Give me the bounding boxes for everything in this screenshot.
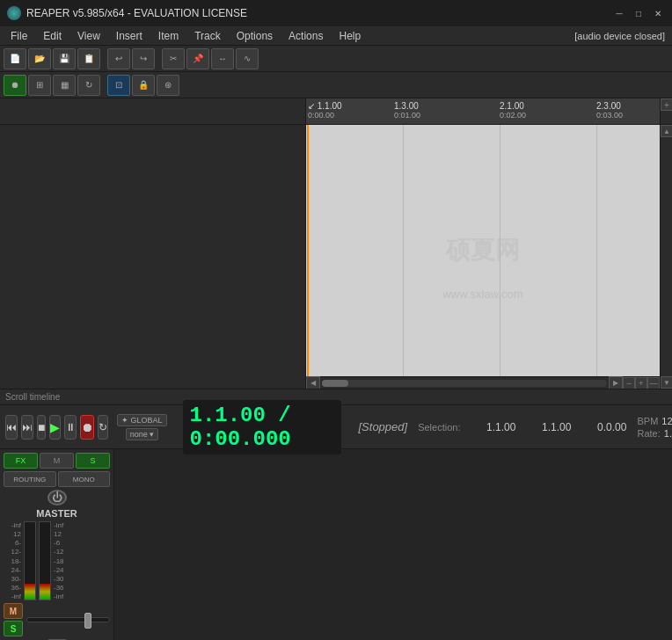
save-project-button[interactable]: 💾 xyxy=(53,48,76,69)
rate-row: Rate: 1.0 xyxy=(637,428,672,439)
ruler-mark-4: 2.3.00 0:03.00 xyxy=(596,101,623,120)
timeline-header-row: ↙ 1.1.00 0:00.00 1.3.00 0:01.00 2.1.00 0… xyxy=(0,98,672,125)
maximize-button[interactable]: □ xyxy=(632,6,646,20)
rate-label: Rate: xyxy=(637,428,660,439)
status-display: [Stopped] xyxy=(359,420,408,433)
track-record-button[interactable]: ⏺ xyxy=(4,75,26,96)
midi-editor-button[interactable]: ⊡ xyxy=(107,75,130,96)
scroll-zoom-plus[interactable]: + xyxy=(661,98,672,111)
snap-toggle-button[interactable]: ⊞ xyxy=(28,75,51,96)
menu-item[interactable]: Item xyxy=(151,28,186,44)
rate-value: 1.0 xyxy=(664,428,672,439)
m-s-buttons: M S xyxy=(4,603,23,636)
render-button[interactable]: ⊛ xyxy=(157,75,179,96)
new-project-button[interactable]: 📄 xyxy=(4,48,26,69)
master-fader[interactable] xyxy=(26,617,110,622)
menu-edit[interactable]: Edit xyxy=(36,28,69,44)
global-area: ✦ GLOBAL none ▾ xyxy=(117,414,166,440)
zoom-plus-button[interactable]: + xyxy=(635,377,647,389)
menu-file[interactable]: File xyxy=(4,28,34,44)
vu-level-right xyxy=(40,584,50,600)
selection-start: 1.1.00 xyxy=(467,421,515,433)
lock-button[interactable]: 🔒 xyxy=(132,75,155,96)
global-sub-label: none ▾ xyxy=(130,430,155,439)
global-dropdown-button[interactable]: ✦ GLOBAL xyxy=(117,414,166,426)
workspace-inner: 硕夏网 www.sxlaw.com ◀ ▶ – + — ▲ ▼ xyxy=(0,125,672,389)
menu-view[interactable]: View xyxy=(70,28,107,44)
ruler-mark-1: ↙ 1.1.00 0:00.00 xyxy=(308,101,342,120)
mixer-panel: FX M S ROUTING MONO ⏻ MASTER -inf 12 6- … xyxy=(0,448,672,640)
grid-line xyxy=(500,125,500,376)
bpm-area: BPM 120 4/4 Rate: 1.0 xyxy=(637,416,672,439)
scroll-down-button[interactable]: ▼ xyxy=(661,376,672,389)
menu-actions[interactable]: Actions xyxy=(281,28,330,44)
repeat-button[interactable]: ↻ xyxy=(98,415,108,440)
skip-to-start-button[interactable]: ⏮ xyxy=(5,415,18,440)
vu-scale-left: -inf 12 6- 12- 18- 24- 30- 36- -inf xyxy=(4,521,21,600)
mute-button[interactable]: M xyxy=(4,603,23,619)
paste-items-button[interactable]: 📌 xyxy=(186,48,209,69)
envelope-button[interactable]: ∿ xyxy=(236,48,259,69)
scroll-end-button[interactable]: — xyxy=(647,377,660,389)
undo-button[interactable]: ↩ xyxy=(107,48,130,69)
menu-options[interactable]: Options xyxy=(230,28,280,44)
v-scroll-track[interactable] xyxy=(661,137,672,376)
stop-button[interactable]: ■ xyxy=(37,415,46,440)
time-display: 1.1.00 / 0:00.000 xyxy=(183,400,341,455)
menu-track[interactable]: Track xyxy=(187,28,228,44)
master-routing-button[interactable]: ROUTING xyxy=(4,471,56,487)
master-m-button[interactable]: M xyxy=(40,453,74,469)
workspace: ↙ 1.1.00 0:00.00 1.3.00 0:01.00 2.1.00 0… xyxy=(0,98,672,389)
title-bar: REAPER v5.985/x64 - EVALUATION LICENSE ─… xyxy=(0,0,672,26)
transport-bar: ⏮ ⏭ ■ ▶ ⏸ ⏺ ↻ ✦ GLOBAL none ▾ 1.1.00 / 0… xyxy=(0,404,672,448)
window-controls[interactable]: ─ □ ✕ xyxy=(612,6,665,20)
play-button[interactable]: ▶ xyxy=(49,415,61,440)
save-as-button[interactable]: 📋 xyxy=(77,48,100,69)
h-scroll-track[interactable] xyxy=(322,380,607,387)
solo-button[interactable]: S xyxy=(4,621,23,636)
title-text: REAPER v5.985/x64 - EVALUATION LICENSE xyxy=(26,7,247,19)
title-bar-left: REAPER v5.985/x64 - EVALUATION LICENSE xyxy=(7,6,247,20)
scroll-right-button[interactable]: ▶ xyxy=(609,376,623,389)
menu-insert[interactable]: Insert xyxy=(109,28,150,44)
vu-level-left xyxy=(25,584,35,600)
zoom-minus-button[interactable]: – xyxy=(623,377,635,389)
fader-thumb[interactable] xyxy=(84,613,91,629)
grid-toggle-button[interactable]: ▦ xyxy=(53,75,76,96)
master-route-row: ROUTING MONO xyxy=(4,471,110,487)
nudge-button[interactable]: ↔ xyxy=(211,48,234,69)
h-scrollbar: ◀ ▶ – + — xyxy=(306,376,660,389)
redo-button[interactable]: ↪ xyxy=(132,48,155,69)
skip-to-end-button[interactable]: ⏭ xyxy=(21,415,33,440)
arrange-outer: 硕夏网 www.sxlaw.com ◀ ▶ – + — xyxy=(306,125,660,389)
master-controls-row: FX M S xyxy=(4,453,110,469)
master-fx-button[interactable]: FX xyxy=(4,453,38,469)
bpm-label: BPM xyxy=(637,416,658,426)
master-power-button[interactable]: ⏻ xyxy=(47,490,67,505)
menu-help[interactable]: Help xyxy=(332,28,368,44)
global-sub-dropdown[interactable]: none ▾ xyxy=(126,428,159,440)
scroll-up-button[interactable]: ▲ xyxy=(661,125,672,137)
pause-button[interactable]: ⏸ xyxy=(64,415,77,440)
timeline-ruler: ↙ 1.1.00 0:00.00 1.3.00 0:01.00 2.1.00 0… xyxy=(306,98,660,124)
grid-line xyxy=(596,125,597,376)
vscroll-top-area: + xyxy=(660,98,672,124)
master-mono-button[interactable]: MONO xyxy=(58,471,111,487)
master-s-button[interactable]: S xyxy=(76,453,110,469)
watermark: 硕夏网 xyxy=(446,234,520,267)
scroll-left-button[interactable]: ◀ xyxy=(306,376,320,389)
loop-toggle-button[interactable]: ↻ xyxy=(77,75,100,96)
selection-end: 1.1.00 xyxy=(522,421,571,433)
record-button[interactable]: ⏺ xyxy=(80,415,94,440)
close-button[interactable]: ✕ xyxy=(651,6,665,20)
toolbar-row-2: ⏺ ⊞ ▦ ↻ ⊡ 🔒 ⊛ xyxy=(0,72,672,98)
master-label: MASTER xyxy=(36,508,77,519)
watermark-url: www.sxlaw.com xyxy=(442,287,522,301)
cut-items-button[interactable]: ✂ xyxy=(162,48,185,69)
h-scroll-thumb[interactable] xyxy=(322,380,348,387)
vu-meter-area: -inf 12 6- 12- 18- 24- 30- 36- -inf -inf xyxy=(4,521,110,600)
minimize-button[interactable]: ─ xyxy=(612,6,626,20)
open-project-button[interactable]: 📂 xyxy=(28,48,51,69)
vu-bar-right xyxy=(39,521,51,600)
arrange-area[interactable]: 硕夏网 www.sxlaw.com xyxy=(306,125,660,376)
